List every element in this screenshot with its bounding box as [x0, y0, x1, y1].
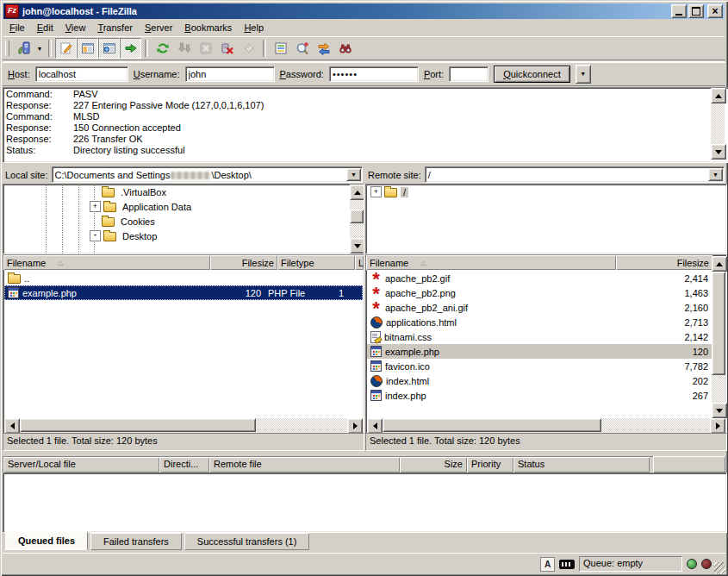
local-tree-scrollbar[interactable] — [350, 185, 364, 254]
file-row[interactable]: apache_pb2_ani.gif 2,160 — [367, 300, 712, 315]
scroll-down-button[interactable] — [711, 144, 726, 160]
process-queue-button[interactable] — [173, 38, 195, 59]
scroll-up-button[interactable] — [712, 256, 727, 272]
directory-comparison-button[interactable] — [291, 38, 313, 59]
speed-limits-icon[interactable] — [559, 560, 575, 569]
toggle-local-tree-button[interactable] — [77, 38, 98, 59]
queue-column-header[interactable]: Size — [400, 457, 467, 473]
column-header-lastmodified[interactable]: L — [355, 255, 364, 270]
file-row[interactable]: index.php 267 — [367, 388, 712, 403]
scroll-thumb[interactable] — [712, 272, 725, 375]
quickconnect-button[interactable]: Quickconnect — [494, 66, 570, 83]
resize-grip[interactable] — [714, 562, 725, 573]
remote-site-row: Remote site: / ▼ — [368, 166, 725, 183]
menu-item[interactable]: Server — [139, 21, 178, 34]
local-list-hscrollbar[interactable] — [4, 418, 363, 432]
tree-item[interactable]: Cookies — [3, 214, 364, 229]
menu-item[interactable]: Transfer — [91, 21, 139, 34]
tree-expander[interactable] — [90, 216, 99, 226]
site-manager-dropdown[interactable]: ▼ — [34, 39, 45, 58]
sort-ascending-icon: △ — [420, 256, 426, 270]
local-directory-tree: .VirtualBox Application Data Cookies Des… — [3, 184, 364, 254]
tree-item[interactable]: / — [366, 185, 726, 199]
menu-item[interactable]: Edit — [31, 21, 59, 34]
site-manager-button[interactable] — [13, 38, 34, 59]
scroll-up-button[interactable] — [350, 185, 364, 200]
file-name: applications.html — [386, 317, 457, 328]
host-input[interactable] — [35, 66, 128, 82]
queue-column-header[interactable]: Server/Local file — [3, 457, 159, 473]
queue-column-header[interactable]: Remote file — [209, 457, 400, 473]
toggle-message-log-button[interactable] — [55, 38, 77, 59]
quickconnect-dropdown[interactable]: ▼ — [576, 65, 591, 84]
close-button[interactable]: × — [707, 4, 723, 18]
column-header-filesize[interactable]: Filesize — [616, 255, 712, 270]
column-header-filetype[interactable]: Filetype — [277, 255, 355, 270]
combo-dropdown-arrow[interactable]: ▼ — [708, 168, 723, 181]
scroll-right-button[interactable] — [710, 418, 725, 434]
password-input[interactable] — [329, 66, 419, 82]
scroll-right-button[interactable] — [347, 418, 363, 434]
menu-item[interactable]: Bookmarks — [178, 21, 238, 34]
disconnect-button[interactable] — [216, 38, 238, 59]
username-input[interactable] — [185, 66, 275, 82]
menu-item[interactable]: View — [59, 21, 92, 34]
toggle-transfer-queue-button[interactable] — [120, 38, 141, 59]
site-manager-icon — [17, 41, 31, 55]
scroll-thumb[interactable] — [350, 210, 364, 223]
queue-tab[interactable]: Queued files — [5, 531, 88, 550]
refresh-button[interactable] — [152, 38, 173, 59]
file-row[interactable]: index.html 202 — [367, 373, 712, 388]
scroll-down-button[interactable] — [350, 238, 364, 254]
queue-tab[interactable]: Failed transfers — [90, 533, 182, 550]
tree-item[interactable]: Application Data — [3, 199, 364, 214]
column-header-filesize[interactable]: Filesize — [210, 255, 277, 270]
reconnect-button[interactable] — [238, 38, 259, 59]
toolbar-grip[interactable] — [5, 41, 9, 56]
tree-expander[interactable] — [370, 186, 382, 197]
queue-column-header[interactable]: Priority — [467, 457, 513, 473]
file-row[interactable]: .. — [4, 271, 363, 285]
queue-tab[interactable]: Successful transfers (1) — [184, 533, 310, 550]
remote-list-hscrollbar[interactable] — [367, 418, 725, 432]
scroll-left-button[interactable] — [367, 418, 383, 434]
synchronized-browsing-button[interactable] — [313, 38, 334, 59]
scroll-left-button[interactable] — [4, 418, 20, 434]
file-row[interactable]: example.php 120 — [367, 344, 712, 359]
remote-site-combo[interactable]: / ▼ — [425, 166, 725, 183]
queue-list[interactable] — [3, 473, 727, 533]
scroll-thumb[interactable] — [20, 418, 256, 432]
minimize-button[interactable] — [671, 4, 687, 18]
find-files-button[interactable] — [334, 38, 356, 59]
scroll-thumb[interactable] — [383, 418, 601, 432]
tree-expander[interactable] — [90, 230, 101, 241]
tree-expander[interactable] — [90, 187, 99, 197]
toggle-remote-tree-button[interactable] — [98, 38, 120, 59]
combo-dropdown-arrow[interactable]: ▼ — [346, 168, 361, 181]
maximize-button[interactable] — [688, 4, 704, 18]
cancel-operation-button[interactable] — [195, 38, 216, 59]
file-row[interactable]: favicon.ico 7,782 — [367, 359, 712, 373]
directory-filters-button[interactable] — [270, 38, 291, 59]
file-row[interactable]: applications.html 2,713 — [367, 315, 712, 329]
scroll-up-button[interactable] — [711, 88, 726, 103]
column-header-filename[interactable]: Filename△ — [366, 255, 616, 270]
remote-list-scrollbar[interactable] — [712, 256, 725, 418]
menu-item[interactable]: Help — [238, 21, 270, 34]
log-scrollbar[interactable] — [711, 88, 725, 160]
tree-item[interactable]: Desktop — [3, 229, 364, 243]
tree-expander[interactable] — [90, 201, 101, 212]
queue-column-header[interactable]: Directi... — [159, 457, 209, 473]
file-row[interactable]: apache_pb2.gif 2,414 — [367, 271, 712, 285]
port-input[interactable] — [449, 66, 488, 82]
column-header-filename[interactable]: Filename△ — [3, 255, 210, 270]
file-row[interactable]: example.php 120 PHP File 1 — [4, 285, 363, 300]
tree-item[interactable]: .VirtualBox — [3, 185, 364, 199]
scroll-down-button[interactable] — [712, 403, 727, 418]
menu-item[interactable]: File — [3, 21, 31, 34]
file-row[interactable]: apache_pb2.png 1,463 — [367, 285, 712, 300]
file-row[interactable]: bitnami.css 2,142 — [367, 329, 712, 344]
local-site-combo[interactable]: C:\Documents and Settings\Desktop\ ▼ — [52, 166, 363, 183]
log-line-message: 227 Entering Passive Mode (127,0,0,1,6,1… — [73, 100, 264, 110]
queue-column-header[interactable]: Status — [513, 457, 650, 473]
